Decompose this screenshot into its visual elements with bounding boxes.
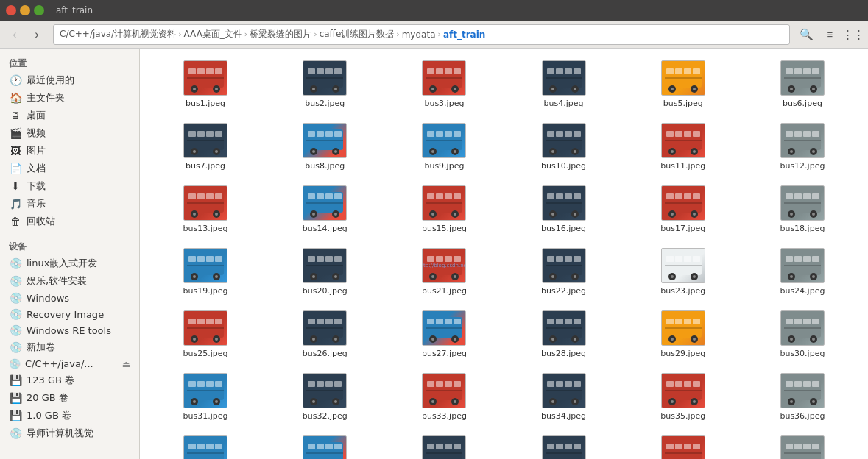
eject-button-6[interactable]: ⏏ <box>122 359 130 369</box>
svg-rect-45 <box>665 77 702 79</box>
svg-rect-83 <box>445 131 452 137</box>
sidebar-item-0[interactable]: 🕐最近使用的 <box>0 71 139 89</box>
file-item[interactable]: bus16.jpeg <box>506 181 622 238</box>
file-item[interactable]: bus20.jpeg <box>267 243 383 300</box>
file-item[interactable]: bus35.jpeg <box>625 369 741 425</box>
minimize-button[interactable] <box>20 5 30 15</box>
breadcrumb-item-0[interactable]: C/C++/java/计算机视觉资料 <box>58 28 177 40</box>
file-item[interactable]: http://blog.csdn.net/bus21.jpeg <box>386 243 502 300</box>
file-item[interactable]: bus8.jpeg <box>267 118 383 175</box>
sidebar-item-5[interactable]: 📄文档 <box>0 160 139 177</box>
close-button[interactable] <box>6 5 16 15</box>
breadcrumb-item-1[interactable]: AAA桌面_文件 <box>183 28 244 40</box>
sidebar-icon-1: 🏠 <box>9 92 22 104</box>
sidebar-device-8[interactable]: 💾20 GB 卷 <box>0 389 139 407</box>
file-item[interactable]: bus42.jpeg <box>744 431 861 459</box>
breadcrumb-item-2[interactable]: 桥梁裂缝的图片 <box>248 28 313 40</box>
file-item[interactable]: bus9.jpeg <box>386 118 502 175</box>
svg-rect-354 <box>812 381 819 387</box>
file-item[interactable]: bus37.jpeg <box>147 431 264 459</box>
svg-rect-371 <box>308 444 315 449</box>
svg-rect-174 <box>812 193 819 199</box>
file-item[interactable]: bus10.jpeg <box>506 118 622 175</box>
maximize-button[interactable] <box>34 5 44 15</box>
sidebar-device-icon-1: 💿 <box>9 275 22 287</box>
svg-point-158 <box>551 213 554 216</box>
svg-point-209 <box>454 275 456 278</box>
grid-button[interactable]: ⋮⋮ <box>843 24 864 45</box>
menu-button[interactable]: ≡ <box>819 24 840 45</box>
file-item[interactable]: bus28.jpeg <box>506 306 622 363</box>
sidebar-device-0[interactable]: 💿linux嵌入式开发 <box>0 255 139 272</box>
file-item[interactable]: bus23.jpeg <box>625 243 741 300</box>
svg-rect-13 <box>325 68 333 74</box>
sidebar-device-7[interactable]: 💾123 GB 卷 <box>0 371 139 389</box>
sidebar-device-10[interactable]: 💿导师计算机视觉 <box>0 424 139 442</box>
file-item[interactable]: bus30.jpeg <box>744 306 861 363</box>
sidebar-device-6[interactable]: 💿C/C++/java/...⏏ <box>0 356 139 371</box>
sidebar-device-1[interactable]: 💿娱乐,软件安装 <box>0 272 139 290</box>
svg-rect-323 <box>445 381 452 387</box>
file-label: bus28.jpeg <box>541 349 586 358</box>
sidebar-device-label-8: 20 GB 卷 <box>27 391 68 405</box>
file-item[interactable]: bus4.jpeg <box>506 56 622 113</box>
file-item[interactable]: bus17.jpeg <box>625 181 741 238</box>
file-item[interactable]: bus14.jpeg <box>267 181 383 238</box>
sidebar-device-5[interactable]: 💿新加卷 <box>0 338 139 356</box>
file-item[interactable]: bus11.jpeg <box>625 118 741 175</box>
file-item[interactable]: bus40.jpeg <box>506 431 622 459</box>
file-item[interactable]: bus33.jpeg <box>386 369 502 425</box>
file-item[interactable]: bus18.jpeg <box>744 181 861 238</box>
file-item[interactable]: bus24.jpeg <box>744 243 861 300</box>
sidebar-item-6[interactable]: ⬇下载 <box>0 177 139 195</box>
svg-point-309 <box>215 400 218 403</box>
file-item[interactable]: bus29.jpeg <box>625 306 741 363</box>
sidebar-device-4[interactable]: 💿Windows RE tools <box>0 322 139 338</box>
file-item[interactable]: bus1.jpeg <box>147 56 264 113</box>
svg-rect-282 <box>675 319 682 324</box>
svg-point-179 <box>812 213 815 216</box>
search-button[interactable]: 🔍 <box>796 24 816 45</box>
svg-rect-224 <box>693 256 700 262</box>
file-item[interactable]: bus27.jpeg <box>386 306 502 363</box>
sidebar-item-8[interactable]: 🗑回收站 <box>0 213 139 230</box>
svg-rect-22 <box>436 68 443 74</box>
sidebar-device-9[interactable]: 💾1.0 GB 卷 <box>0 407 139 424</box>
file-item[interactable]: bus5.jpeg <box>625 56 741 113</box>
file-item[interactable]: bus12.jpeg <box>744 118 861 175</box>
file-item[interactable]: bus41.jpeg <box>625 431 741 459</box>
file-item[interactable]: bus31.jpeg <box>147 369 264 425</box>
file-item[interactable]: bus36.jpeg <box>744 369 861 425</box>
file-thumbnail <box>303 248 347 283</box>
svg-rect-203 <box>445 256 452 262</box>
forward-button[interactable]: › <box>27 24 47 45</box>
file-item[interactable]: bus13.jpeg <box>147 181 264 238</box>
sidebar-item-7[interactable]: 🎵音乐 <box>0 195 139 213</box>
sidebar-item-4[interactable]: 🖼图片 <box>0 142 139 160</box>
sidebar-item-1[interactable]: 🏠主文件夹 <box>0 89 139 107</box>
file-item[interactable]: bus22.jpeg <box>506 243 622 300</box>
file-item[interactable]: bus3.jpeg <box>386 56 502 113</box>
sidebar-item-3[interactable]: 🎬视频 <box>0 124 139 142</box>
file-item[interactable]: bus2.jpeg <box>267 56 383 113</box>
breadcrumb-item-5[interactable]: aft_train <box>442 29 487 40</box>
svg-rect-1 <box>188 68 196 74</box>
file-item[interactable]: bus26.jpeg <box>267 306 383 363</box>
file-item[interactable]: bus6.jpeg <box>744 56 861 113</box>
file-item[interactable]: bus32.jpeg <box>267 369 383 425</box>
file-thumbnail <box>183 248 227 283</box>
file-item[interactable]: bus7.jpeg <box>147 118 264 175</box>
sidebar-item-2[interactable]: 🖥桌面 <box>0 107 139 124</box>
sidebar-device-3[interactable]: 💿Recovery Image <box>0 306 139 322</box>
file-item[interactable]: bus39.jpeg <box>386 431 502 459</box>
file-item[interactable]: bus34.jpeg <box>506 369 622 425</box>
file-item[interactable]: bus38.jpeg <box>267 431 383 459</box>
sidebar-device-2[interactable]: 💿Windows <box>0 290 139 306</box>
back-button[interactable]: ‹ <box>4 24 25 45</box>
file-item[interactable]: bus15.jpeg <box>386 181 502 238</box>
svg-rect-342 <box>675 381 682 387</box>
breadcrumb-item-4[interactable]: mydata <box>401 29 437 40</box>
breadcrumb-item-3[interactable]: caffe训练图片数据 <box>318 28 396 40</box>
file-item[interactable]: bus25.jpeg <box>147 306 264 363</box>
file-item[interactable]: bus19.jpeg <box>147 243 264 300</box>
